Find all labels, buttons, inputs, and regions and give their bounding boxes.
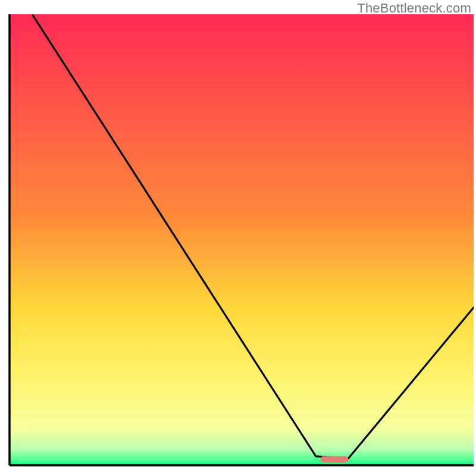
watermark-text: TheBottleneck.com xyxy=(357,1,471,16)
optimal-marker xyxy=(321,456,349,463)
bottleneck-chart xyxy=(0,0,476,476)
chart-container: TheBottleneck.com xyxy=(0,0,476,476)
chart-background-gradient xyxy=(10,14,474,465)
